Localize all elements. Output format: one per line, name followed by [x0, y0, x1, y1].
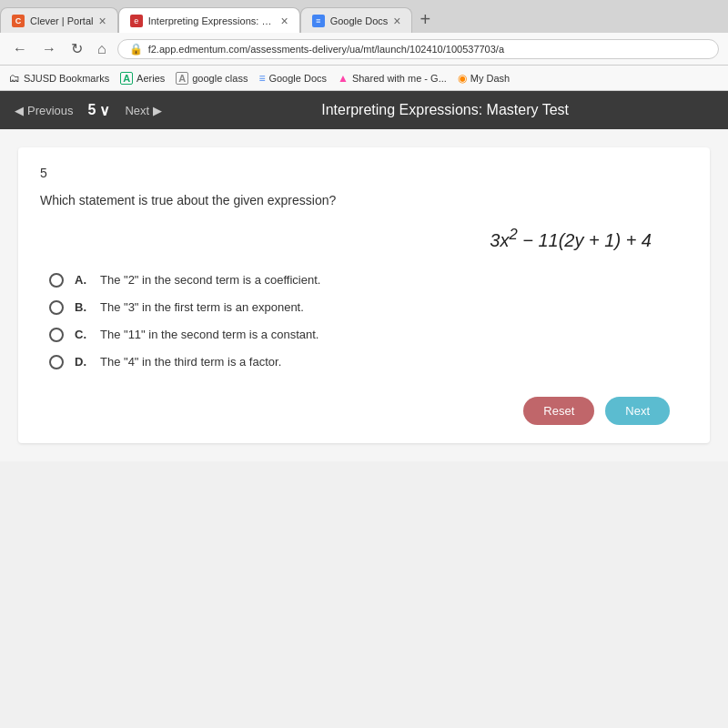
googledocs-tab-title: Google Docs	[330, 15, 389, 26]
assessment-title: Interpreting Expressions: Mastery Test	[177, 102, 713, 118]
home-button[interactable]: ⌂	[94, 39, 110, 59]
next-button[interactable]: Next	[605, 397, 670, 425]
bookmark-google-class[interactable]: A google class	[176, 72, 248, 85]
next-nav-button[interactable]: Next ▶	[125, 104, 162, 117]
radio-d[interactable]	[49, 355, 64, 369]
bookmarks-bar: 🗂 SJUSD Bookmarks A Aeries A google clas…	[0, 66, 728, 91]
bookmark-google-docs[interactable]: ≡ Google Docs	[258, 72, 327, 85]
reset-button[interactable]: Reset	[523, 397, 594, 425]
back-button[interactable]: ←	[9, 39, 31, 59]
bookmark-aeries[interactable]: A Aeries	[120, 72, 165, 85]
interpreting-tab-title: Interpreting Expressions: Ma	[148, 15, 276, 26]
option-b[interactable]: B. The "3" in the first term is an expon…	[49, 300, 688, 315]
option-c[interactable]: C. The "11" in the second term is a cons…	[49, 328, 688, 342]
option-d-letter: D.	[75, 355, 89, 369]
interpreting-tab-icon: e	[130, 15, 143, 27]
radio-a[interactable]	[49, 273, 64, 288]
main-content: 5 Which statement is true about the give…	[0, 129, 728, 461]
googledocs-tab-icon: ≡	[312, 15, 325, 27]
next-nav-label: Next	[125, 104, 149, 117]
google-class-icon: A	[176, 72, 188, 85]
bookmark-sjusd[interactable]: 🗂 SJUSD Bookmarks	[9, 72, 109, 85]
tab-clever[interactable]: C Clever | Portal ×	[0, 7, 118, 33]
option-a-letter: A.	[75, 273, 89, 287]
previous-button[interactable]: ◀ Previous	[15, 104, 74, 117]
tab-google-docs[interactable]: ≡ Google Docs ×	[300, 7, 413, 33]
bookmark-my-dash[interactable]: ◉ My Dash	[458, 72, 510, 85]
option-b-letter: B.	[75, 300, 89, 314]
tab-interpreting[interactable]: e Interpreting Expressions: Ma ×	[118, 7, 300, 33]
my-dash-icon: ◉	[458, 72, 467, 85]
refresh-button[interactable]: ↻	[67, 38, 86, 59]
question-number-selector[interactable]: 5 ∨	[88, 102, 111, 119]
dropdown-chevron-icon: ∨	[99, 102, 110, 119]
option-c-text: The "11" in the second term is a constan…	[100, 328, 318, 341]
sjusd-icon: 🗂	[9, 72, 20, 85]
sjusd-label: SJUSD Bookmarks	[24, 73, 109, 84]
tab-bar: C Clever | Portal × e Interpreting Expre…	[0, 0, 728, 33]
lock-icon: 🔒	[129, 43, 143, 56]
radio-b[interactable]	[49, 300, 64, 315]
radio-c[interactable]	[49, 328, 64, 342]
browser-window: C Clever | Portal × e Interpreting Expre…	[0, 0, 728, 461]
my-dash-label: My Dash	[470, 73, 510, 84]
prev-arrow-icon: ◀	[15, 104, 24, 117]
clever-tab-title: Clever | Portal	[30, 15, 94, 26]
url-bar[interactable]: 🔒 f2.app.edmentum.com/assessments-delive…	[117, 39, 719, 59]
previous-label: Previous	[27, 104, 74, 117]
answer-options: A. The "2" in the second term is a coeff…	[40, 273, 688, 369]
url-text: f2.app.edmentum.com/assessments-delivery…	[148, 44, 504, 55]
option-a-text: The "2" in the second term is a coeffici…	[100, 273, 320, 287]
googledocs-tab-close[interactable]: ×	[393, 14, 400, 28]
shared-label: Shared with me - G...	[352, 73, 447, 84]
interpreting-tab-close[interactable]: ×	[281, 14, 288, 28]
next-arrow-icon: ▶	[153, 104, 162, 117]
assessment-nav-bar: ◀ Previous 5 ∨ Next ▶ Interpreting Expre…	[0, 91, 728, 129]
option-d[interactable]: D. The "4" in the third term is a factor…	[49, 355, 688, 369]
option-d-text: The "4" in the third term is a factor.	[100, 355, 281, 369]
bookmark-shared[interactable]: ▲ Shared with me - G...	[338, 72, 447, 85]
question-prompt: Which statement is true about the given …	[40, 193, 688, 207]
forward-button[interactable]: →	[38, 39, 60, 59]
question-number-label: 5	[40, 166, 688, 180]
option-b-text: The "3" in the first term is an exponent…	[100, 300, 304, 314]
google-docs-bookmark-icon: ≡	[258, 72, 265, 85]
shared-icon: ▲	[338, 72, 349, 85]
question-num-display: 5	[88, 102, 96, 118]
new-tab-button[interactable]: +	[412, 9, 438, 30]
question-card: 5 Which statement is true about the give…	[18, 147, 710, 443]
google-class-label: google class	[192, 73, 248, 84]
google-docs-bookmark-label: Google Docs	[268, 73, 327, 84]
aeries-label: Aeries	[136, 73, 165, 84]
math-expression: 3x2 − 11(2y + 1) + 4	[40, 226, 688, 251]
address-bar: ← → ↻ ⌂ 🔒 f2.app.edmentum.com/assessment…	[0, 33, 728, 66]
option-a[interactable]: A. The "2" in the second term is a coeff…	[49, 273, 688, 288]
clever-tab-icon: C	[12, 15, 25, 27]
aeries-icon: A	[120, 72, 133, 85]
button-row: Reset Next	[40, 397, 688, 425]
option-c-letter: C.	[75, 328, 89, 341]
clever-tab-close[interactable]: ×	[99, 14, 106, 28]
